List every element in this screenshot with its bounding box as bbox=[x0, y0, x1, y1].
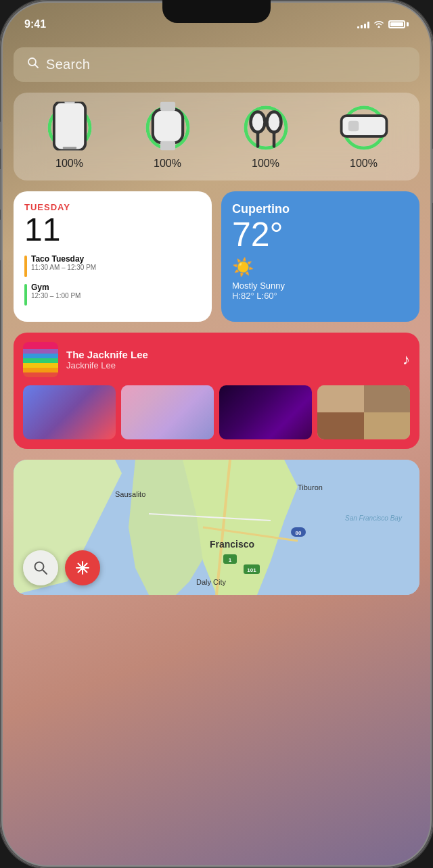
svg-text:101: 101 bbox=[247, 567, 256, 573]
watch-icon bbox=[143, 102, 192, 154]
calendar-day: TUESDAY bbox=[24, 202, 201, 212]
svg-point-0 bbox=[378, 26, 380, 27]
event-2-color bbox=[24, 284, 27, 306]
svg-rect-21 bbox=[341, 116, 386, 137]
wifi-icon bbox=[373, 19, 384, 30]
svg-text:Tiburon: Tiburon bbox=[298, 483, 323, 491]
map-widget[interactable]: 1 101 80 Sausalito Tiburon Francisco Dal… bbox=[14, 460, 419, 595]
appletv-icon bbox=[340, 102, 388, 154]
sun-icon: ☀️ bbox=[232, 257, 254, 278]
svg-text:San Francisco Bay: San Francisco Bay bbox=[345, 514, 403, 522]
svg-rect-6 bbox=[62, 147, 76, 149]
airpods-battery-ring bbox=[242, 103, 290, 152]
battery-widget[interactable]: 100% 100% bbox=[14, 93, 419, 180]
map-shortcut-button[interactable] bbox=[65, 550, 100, 585]
svg-rect-12 bbox=[160, 141, 175, 151]
album-thumb-4[interactable] bbox=[317, 385, 410, 439]
search-bar[interactable]: Search bbox=[14, 47, 419, 82]
event-2-title: Gym bbox=[31, 283, 81, 292]
search-placeholder: Search bbox=[46, 57, 90, 72]
calendar-date: 11 bbox=[24, 214, 201, 246]
svg-point-40 bbox=[81, 566, 85, 570]
map-overlay bbox=[23, 550, 100, 585]
album-thumb-2[interactable] bbox=[121, 385, 214, 439]
watch-battery-pct: 100% bbox=[154, 158, 181, 170]
calendar-event-1: Taco Tuesday 11:30 AM – 12:30 PM bbox=[24, 254, 201, 277]
iphone-battery-pct: 100% bbox=[55, 158, 83, 170]
music-note-icon: ♪ bbox=[403, 351, 410, 368]
music-artist: Jacknife Lee bbox=[66, 360, 148, 370]
iphone-icon bbox=[45, 102, 94, 154]
weather-hl: H:82° L:60° bbox=[232, 291, 409, 301]
battery-item-remote: 100% bbox=[340, 103, 388, 170]
status-icons bbox=[357, 19, 409, 30]
album-thumb-3[interactable] bbox=[219, 385, 312, 439]
notch bbox=[162, 0, 271, 23]
remote-battery-ring bbox=[340, 103, 388, 152]
weather-condition: Mostly Sunny bbox=[232, 281, 409, 291]
battery-item-airpods: 100% bbox=[242, 103, 290, 170]
music-widget[interactable]: The Jacknife Lee Jacknife Lee ♪ bbox=[14, 333, 419, 449]
weather-temp: 72° bbox=[232, 218, 409, 251]
map-search-button[interactable] bbox=[23, 550, 58, 585]
svg-text:Daly City: Daly City bbox=[196, 578, 227, 586]
event-1-color bbox=[24, 256, 27, 277]
svg-line-2 bbox=[35, 65, 39, 68]
widgets-row: TUESDAY 11 Taco Tuesday 11:30 AM – 12:30… bbox=[14, 191, 419, 322]
calendar-event-2: Gym 12:30 – 1:00 PM bbox=[24, 283, 201, 306]
svg-line-39 bbox=[43, 570, 47, 574]
svg-rect-5 bbox=[53, 102, 85, 151]
svg-point-17 bbox=[267, 112, 281, 132]
svg-text:Francisco: Francisco bbox=[210, 539, 254, 550]
search-icon bbox=[27, 57, 39, 72]
main-content: Search bbox=[0, 41, 433, 868]
music-albums bbox=[23, 385, 410, 439]
svg-text:80: 80 bbox=[296, 530, 302, 536]
battery-item-iphone: 100% bbox=[45, 103, 94, 170]
event-1-title: Taco Tuesday bbox=[31, 254, 96, 264]
battery-item-watch: 100% bbox=[143, 103, 192, 170]
svg-text:1: 1 bbox=[229, 557, 232, 563]
event-2-time: 12:30 – 1:00 PM bbox=[31, 292, 81, 299]
calendar-widget[interactable]: TUESDAY 11 Taco Tuesday 11:30 AM – 12:30… bbox=[14, 191, 212, 322]
status-time: 9:41 bbox=[24, 18, 46, 30]
signal-icon bbox=[357, 20, 369, 28]
svg-rect-7 bbox=[64, 102, 74, 104]
svg-text:Sausalito: Sausalito bbox=[115, 490, 145, 498]
airpods-icon bbox=[242, 102, 290, 154]
airpods-battery-pct: 100% bbox=[252, 158, 279, 170]
event-1-time: 11:30 AM – 12:30 PM bbox=[31, 264, 96, 271]
svg-rect-11 bbox=[160, 102, 175, 112]
battery-icon bbox=[388, 20, 409, 28]
music-track-title: The Jacknife Lee bbox=[66, 349, 148, 360]
watch-battery-ring bbox=[143, 103, 192, 152]
album-thumb-1[interactable] bbox=[23, 385, 116, 439]
album-art-main bbox=[23, 342, 58, 377]
remote-battery-pct: 100% bbox=[350, 158, 378, 170]
svg-rect-22 bbox=[348, 121, 358, 131]
svg-point-15 bbox=[250, 112, 265, 132]
svg-rect-10 bbox=[152, 110, 182, 143]
weather-city: Cupertino bbox=[232, 202, 409, 216]
phone-frame: 9:41 bbox=[0, 0, 433, 868]
iphone-battery-ring bbox=[45, 103, 94, 152]
weather-widget[interactable]: Cupertino 72° ☀️ Mostly Sunny H:82° L:60… bbox=[221, 191, 419, 322]
